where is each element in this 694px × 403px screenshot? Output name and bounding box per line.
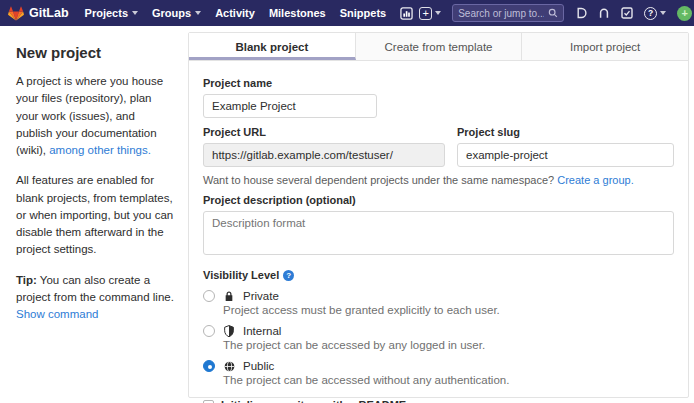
gitlab-tanuki-logo-icon: [8, 6, 24, 21]
todo-icon[interactable]: [621, 7, 633, 19]
visibility-level-label: Visibility Level: [203, 269, 279, 281]
project-url-namespace-select[interactable]: https://gitlab.example.com/testuser/: [203, 143, 445, 167]
page-description-sidebar: New project A project is where you house…: [0, 32, 188, 398]
shield-icon: [223, 325, 235, 337]
lock-icon: [223, 291, 235, 302]
chevron-down-icon: [132, 11, 138, 15]
namespace-hint: Want to house several dependent projects…: [203, 174, 674, 186]
project-description-label: Project description (optional): [203, 194, 674, 206]
visibility-private-radio[interactable]: [203, 290, 215, 302]
visibility-internal-radio[interactable]: [203, 325, 215, 337]
tab-blank-project[interactable]: Blank project: [189, 33, 356, 60]
project-name-input[interactable]: [203, 94, 377, 118]
new-menu-button[interactable]: [419, 7, 441, 20]
nav-snippets[interactable]: Snippets: [340, 7, 386, 19]
nav-milestones[interactable]: Milestones: [269, 7, 326, 19]
chevron-down-icon: [195, 11, 201, 15]
tip-paragraph: Tip: You can also create a project from …: [16, 272, 174, 324]
visibility-public-radio[interactable]: [203, 360, 215, 372]
plus-icon: [419, 7, 432, 20]
tab-import-project[interactable]: Import project: [522, 33, 688, 60]
user-avatar: [677, 6, 692, 21]
visibility-private-description: Project access must be granted explicitl…: [223, 304, 674, 316]
brand-name: GitLab: [29, 6, 69, 20]
help-menu-button[interactable]: [644, 7, 666, 20]
tab-create-from-template[interactable]: Create from template: [356, 33, 523, 60]
page-title: New project: [16, 44, 174, 61]
nav-activity[interactable]: Activity: [215, 7, 255, 19]
blank-project-form: Project name Project URL https://gitlab.…: [189, 61, 688, 403]
chevron-down-icon: [660, 11, 666, 15]
visibility-internal-description: The project can be accessed by any logge…: [223, 339, 674, 351]
user-menu-button[interactable]: [677, 6, 694, 21]
gitlab-home-link[interactable]: GitLab: [8, 6, 69, 21]
visibility-public-name[interactable]: Public: [243, 360, 274, 372]
show-command-link[interactable]: Show command: [16, 308, 98, 320]
project-description-textarea[interactable]: [203, 211, 674, 255]
project-type-tabs: Blank project Create from template Impor…: [189, 33, 688, 61]
globe-icon: [223, 361, 235, 372]
chevron-down-icon: [435, 11, 441, 15]
project-name-label: Project name: [203, 77, 674, 89]
new-project-panel: Blank project Create from template Impor…: [188, 32, 689, 398]
project-url-label: Project URL: [203, 126, 445, 138]
project-slug-input[interactable]: [457, 143, 674, 167]
visibility-private-name[interactable]: Private: [243, 290, 279, 302]
top-navbar: GitLab Projects Groups Activity Mileston…: [0, 0, 694, 26]
visibility-internal-name[interactable]: Internal: [243, 325, 281, 337]
nav-groups[interactable]: Groups: [152, 7, 201, 19]
search-icon: [548, 8, 558, 18]
chart-icon[interactable]: [400, 7, 413, 20]
among-other-things-link[interactable]: among other things.: [49, 144, 151, 156]
search-input[interactable]: [458, 8, 544, 19]
visibility-public-description: The project can be accessed without any …: [223, 374, 674, 386]
merge-request-icon[interactable]: [598, 7, 610, 19]
intro-paragraph: A project is where you house your files …: [16, 73, 174, 159]
issues-icon[interactable]: [575, 7, 587, 19]
nav-projects[interactable]: Projects: [85, 7, 138, 19]
help-icon: [644, 7, 657, 20]
initialize-readme-checkbox[interactable]: [203, 400, 214, 403]
initialize-readme-label[interactable]: Initialize repository with a README: [221, 399, 406, 403]
project-slug-label: Project slug: [457, 126, 674, 138]
visibility-help-icon[interactable]: [283, 270, 294, 281]
search-box[interactable]: [452, 4, 564, 22]
create-a-group-link[interactable]: Create a group.: [557, 174, 633, 186]
features-paragraph: All features are enabled for blank proje…: [16, 172, 174, 258]
